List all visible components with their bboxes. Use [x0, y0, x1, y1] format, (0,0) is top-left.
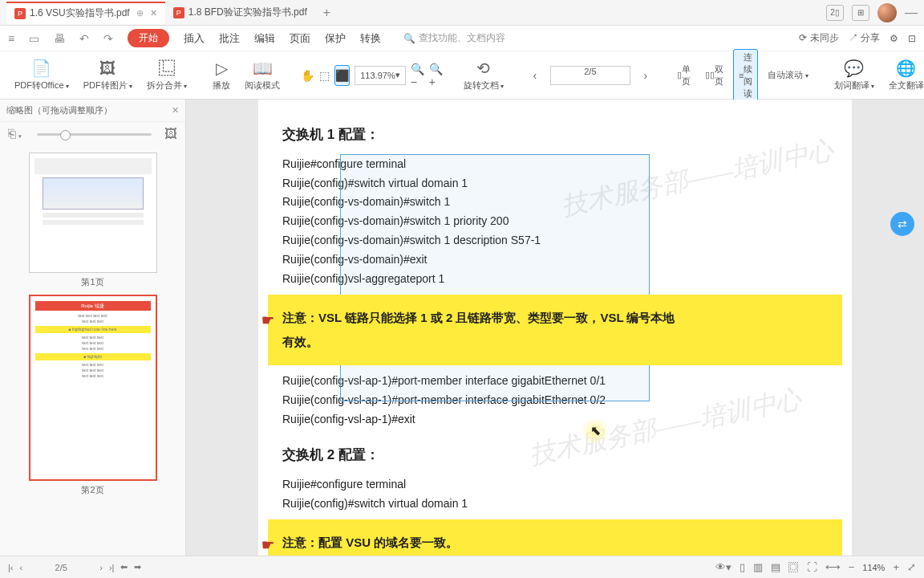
undo-icon[interactable]: ↶	[79, 32, 89, 45]
menu-annotate[interactable]: 批注	[219, 31, 240, 46]
zoom-in-icon[interactable]: +	[893, 561, 899, 573]
hand-tool-icon[interactable]: ✋	[301, 65, 314, 86]
float-action-button[interactable]: ⇄	[890, 212, 914, 236]
first-page-icon[interactable]: |‹	[8, 563, 14, 572]
avatar[interactable]	[877, 3, 897, 22]
add-tab-button[interactable]: +	[323, 6, 330, 20]
menu-page[interactable]: 页面	[290, 31, 310, 46]
menu-icon[interactable]: ≡	[8, 32, 14, 45]
share-button[interactable]: ↗ 分享	[849, 31, 880, 45]
menu-right: ⟳ 未同步 ↗ 分享 ⚙ ⊡	[799, 31, 916, 45]
pin-icon[interactable]: ⊕	[136, 8, 144, 18]
code-line: Ruijie(config-vsl-ap-1)#port-member inte…	[282, 372, 828, 391]
next-page-icon[interactable]: ›	[635, 65, 656, 86]
layout-icon-1[interactable]: ▯	[740, 561, 745, 573]
area-select-icon[interactable]: ⬛	[334, 65, 350, 86]
code-line: Ruijie(config)vsl-aggregateport 1	[282, 270, 828, 289]
settings-icon[interactable]: ⚙	[890, 33, 898, 44]
code-line: Ruijie(config-vsl-ap-1)#exit	[282, 410, 828, 429]
feedback-icon[interactable]: ⊡	[908, 33, 916, 44]
code-line: Ruijie(config-vsl-ap-1)#port-member inte…	[282, 391, 828, 410]
status-page[interactable]: 2/5	[29, 563, 93, 572]
tab-inactive[interactable]: P 1.8 BFD验证实验指导书.pdf	[165, 2, 315, 24]
page-input[interactable]: 2/5	[550, 66, 630, 85]
section-title: 交换机 1 配置：	[282, 124, 828, 147]
prev-page-icon[interactable]: ‹	[20, 563, 23, 572]
single-page-button[interactable]: ▯ 单页	[672, 62, 695, 89]
status-right: 👁▾ ▯ ▥ ▤ ⿴ ⛶ ⟷ − 114% + ⤢	[715, 561, 916, 573]
select-tool-icon[interactable]: ⬚	[319, 65, 330, 86]
menu-convert[interactable]: 转换	[360, 31, 381, 46]
menu-insert[interactable]: 插入	[184, 31, 205, 46]
play-button[interactable]: ▷播放	[208, 54, 235, 97]
rotate-button[interactable]: ⟲旋转文档	[459, 54, 509, 97]
back-icon[interactable]: ⬅	[120, 562, 128, 572]
sidebar-tools: ⎗▾ 🖼	[0, 122, 185, 146]
code-line: Ruijie(config-vs-domain)#switch 1 priori…	[282, 212, 828, 231]
print-icon[interactable]: 🖶	[54, 32, 65, 45]
sidebar-title: 缩略图（可拖动调整顺序）	[6, 104, 112, 116]
menu-start[interactable]: 开始	[128, 29, 169, 47]
fullscreen-icon[interactable]: ⛶	[807, 561, 817, 573]
note-highlight: 注意：VSL 链路只能选择 1 或 2 且链路带宽、类型要一致，VSL 编号本地…	[268, 295, 842, 365]
menu-edit[interactable]: 编辑	[254, 31, 275, 46]
continuous-read-button[interactable]: ≡ 连续阅读	[733, 49, 758, 102]
layout-icon-3[interactable]: ▤	[771, 561, 780, 573]
grid-icon[interactable]: ⊞	[852, 5, 869, 21]
sidebar-header: 缩略图（可拖动调整顺序） ✕	[0, 100, 185, 122]
status-zoom[interactable]: 114%	[862, 563, 885, 572]
zoom-out-icon[interactable]: −	[849, 561, 855, 573]
forward-icon[interactable]: ➡	[134, 562, 141, 572]
zoom-in-icon[interactable]: 🔍+	[429, 65, 443, 86]
tab-active[interactable]: P 1.6 VSU实验指导书.pdf ⊕ ✕	[6, 2, 165, 24]
layout-icon-2[interactable]: ▥	[753, 561, 763, 573]
status-nav: |‹ ‹ 2/5 › ›| ⬅ ➡	[8, 562, 141, 572]
last-page-icon[interactable]: ›|	[109, 563, 115, 572]
thumb-tool-icon[interactable]: ⎗▾	[8, 127, 24, 141]
sidebar: 缩略图（可拖动调整顺序） ✕ ⎗▾ 🖼 第1页 Ruijie 锐捷	[0, 100, 186, 556]
auto-scroll-button[interactable]: 自动滚动	[763, 54, 813, 97]
sidebar-close-icon[interactable]: ✕	[172, 105, 179, 116]
page-content: 技术服务部——培训中心 技术服务部——培训中心 交换机 1 配置： Ruijie…	[258, 100, 852, 556]
menu-bar: ≡ ▭ 🖶 ↶ ↷ 开始 插入 批注 编辑 页面 保护 转换 查找功能、文档内容…	[0, 26, 924, 51]
fit-width-icon[interactable]: ⟷	[825, 561, 841, 573]
section-title: 交换机 2 配置：	[282, 444, 828, 467]
main: 缩略图（可拖动调整顺序） ✕ ⎗▾ 🖼 第1页 Ruijie 锐捷	[0, 100, 924, 556]
sync-status[interactable]: ⟳ 未同步	[799, 31, 838, 45]
thumb-image-icon[interactable]: 🖼	[164, 127, 177, 141]
split-merge-button[interactable]: ⿺拆分合并	[142, 54, 192, 97]
code-line: Ruijie(config-vs-domain)#switch 1 descri…	[282, 231, 828, 250]
full-translate-button[interactable]: 🌐全文翻译	[884, 54, 924, 97]
tab-right: 2▯ ⊞ —	[826, 3, 918, 22]
minimize-icon[interactable]: —	[905, 6, 918, 20]
expand-icon[interactable]: ⤢	[907, 561, 916, 573]
menu-protect[interactable]: 保护	[325, 31, 346, 46]
thumbnails: 第1页 Ruijie 锐捷 text text text text text t…	[0, 146, 185, 556]
document-view[interactable]: ⇄ 技术服务部——培训中心 技术服务部——培训中心 交换机 1 配置： Ruij…	[186, 100, 924, 556]
word-translate-button[interactable]: 💬划词翻译	[829, 54, 879, 97]
code-line: Ruijie(config-vs-domain)#switch 1	[282, 193, 828, 212]
thumb-size-slider[interactable]	[37, 133, 152, 136]
zoom-out-icon[interactable]: 🔍−	[411, 65, 424, 86]
open-icon[interactable]: ▭	[29, 32, 39, 45]
zoom-select[interactable]: 113.97% ▾	[355, 66, 405, 85]
double-page-button[interactable]: ▯▯ 双页	[700, 62, 728, 89]
toolbar: 📄PDF转Office 🖼PDF转图片 ⿺拆分合并 ▷播放 📖阅读模式 ✋ ⬚ …	[0, 51, 924, 100]
close-icon[interactable]: ✕	[150, 8, 157, 18]
read-mode-button[interactable]: 📖阅读模式	[240, 54, 285, 97]
pdf-to-office-button[interactable]: 📄PDF转Office	[10, 54, 74, 97]
window-mode-icon[interactable]: 2▯	[826, 5, 844, 21]
pdf-to-image-button[interactable]: 🖼PDF转图片	[79, 54, 137, 97]
next-page-icon[interactable]: ›	[99, 563, 103, 572]
tab-title: 1.6 VSU实验指导书.pdf	[30, 6, 130, 20]
layout-icon-4[interactable]: ⿴	[788, 561, 799, 573]
tab-title: 1.8 BFD验证实验指导书.pdf	[188, 6, 307, 19]
redo-icon[interactable]: ↷	[103, 32, 113, 45]
code-line: Ruijie(config)#switch virtual domain 1	[282, 174, 828, 193]
thumbnail-2[interactable]: Ruijie 锐捷 text text text text text text …	[6, 295, 179, 496]
page-nav: ‹ 2/5 ›	[525, 65, 656, 86]
search-input[interactable]: 查找功能、文档内容	[403, 31, 505, 45]
prev-page-icon[interactable]: ‹	[525, 65, 545, 86]
thumbnail-1[interactable]: 第1页	[6, 153, 179, 288]
eye-icon[interactable]: 👁▾	[715, 561, 732, 573]
